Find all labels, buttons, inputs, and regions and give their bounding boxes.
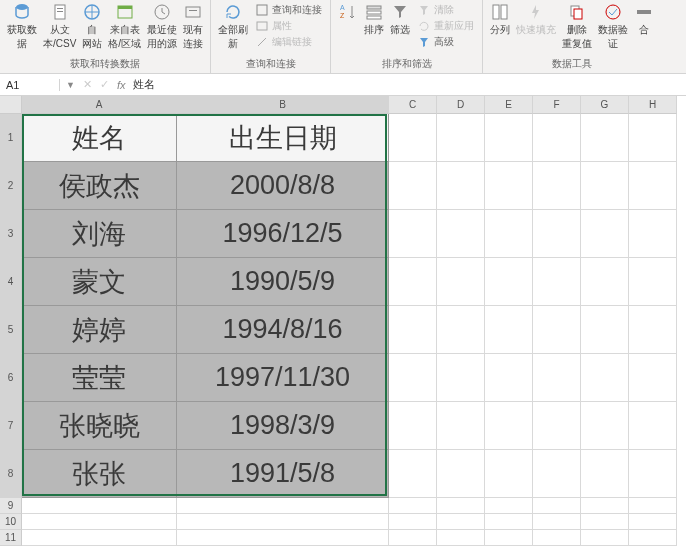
cell[interactable]: 侯政杰 bbox=[22, 162, 177, 210]
cell[interactable] bbox=[389, 354, 437, 402]
column-header-F[interactable]: F bbox=[533, 96, 581, 114]
row-header-9[interactable]: 9 bbox=[0, 498, 22, 514]
cell[interactable]: 姓名 bbox=[22, 114, 177, 162]
cell[interactable]: 1994/8/16 bbox=[177, 306, 389, 354]
cell[interactable]: 刘海 bbox=[22, 210, 177, 258]
cell[interactable] bbox=[485, 530, 533, 546]
properties-button[interactable]: 属性 bbox=[255, 18, 322, 34]
cell[interactable] bbox=[533, 306, 581, 354]
cell[interactable] bbox=[22, 530, 177, 546]
cell[interactable] bbox=[437, 514, 485, 530]
cell[interactable] bbox=[389, 162, 437, 210]
cell[interactable] bbox=[533, 210, 581, 258]
cell[interactable] bbox=[485, 210, 533, 258]
cell[interactable] bbox=[389, 402, 437, 450]
row-header-10[interactable]: 10 bbox=[0, 514, 22, 530]
cell[interactable] bbox=[629, 306, 677, 354]
cell[interactable]: 蒙文 bbox=[22, 258, 177, 306]
row-header-7[interactable]: 7 bbox=[0, 402, 22, 450]
cell[interactable] bbox=[389, 114, 437, 162]
select-all-corner[interactable] bbox=[0, 96, 22, 114]
cell[interactable] bbox=[629, 354, 677, 402]
cell[interactable] bbox=[629, 258, 677, 306]
sort-az-button[interactable]: AZ bbox=[335, 2, 361, 23]
cell[interactable]: 张晓晓 bbox=[22, 402, 177, 450]
cell[interactable] bbox=[485, 498, 533, 514]
cell[interactable] bbox=[533, 402, 581, 450]
cell[interactable] bbox=[581, 498, 629, 514]
cell[interactable] bbox=[485, 514, 533, 530]
row-header-5[interactable]: 5 bbox=[0, 306, 22, 354]
row-header-2[interactable]: 2 bbox=[0, 162, 22, 210]
cell[interactable] bbox=[437, 402, 485, 450]
cell[interactable] bbox=[581, 306, 629, 354]
row-header-1[interactable]: 1 bbox=[0, 114, 22, 162]
row-header-6[interactable]: 6 bbox=[0, 354, 22, 402]
cell[interactable]: 出生日期 bbox=[177, 114, 389, 162]
recent-sources-button[interactable]: 最近使用的源 bbox=[144, 2, 180, 51]
cancel-icon[interactable]: ✕ bbox=[83, 78, 92, 91]
cell[interactable] bbox=[389, 306, 437, 354]
cell[interactable] bbox=[485, 402, 533, 450]
cell[interactable] bbox=[177, 514, 389, 530]
formula-input[interactable]: 姓名 bbox=[133, 77, 155, 92]
cell[interactable] bbox=[485, 450, 533, 498]
row-header-3[interactable]: 3 bbox=[0, 210, 22, 258]
cell[interactable] bbox=[177, 498, 389, 514]
cell[interactable] bbox=[485, 306, 533, 354]
cell[interactable] bbox=[389, 498, 437, 514]
cell[interactable] bbox=[22, 514, 177, 530]
cell[interactable] bbox=[437, 162, 485, 210]
cell[interactable] bbox=[581, 402, 629, 450]
cell[interactable] bbox=[533, 530, 581, 546]
cell[interactable] bbox=[437, 354, 485, 402]
queries-connections-button[interactable]: 查询和连接 bbox=[255, 2, 322, 18]
cell[interactable]: 1991/5/8 bbox=[177, 450, 389, 498]
cell[interactable] bbox=[629, 162, 677, 210]
column-header-A[interactable]: A bbox=[22, 96, 177, 114]
row-header-8[interactable]: 8 bbox=[0, 450, 22, 498]
cell[interactable] bbox=[533, 162, 581, 210]
cell[interactable]: 2000/8/8 bbox=[177, 162, 389, 210]
cell[interactable] bbox=[533, 498, 581, 514]
cell[interactable] bbox=[437, 258, 485, 306]
cell[interactable] bbox=[389, 210, 437, 258]
cell[interactable] bbox=[437, 450, 485, 498]
cell[interactable]: 1998/3/9 bbox=[177, 402, 389, 450]
dropdown-icon[interactable]: ▼ bbox=[66, 80, 75, 90]
consolidate-button[interactable]: 合 bbox=[631, 2, 657, 37]
cell[interactable]: 张张 bbox=[22, 450, 177, 498]
cell[interactable] bbox=[437, 530, 485, 546]
cell[interactable] bbox=[533, 114, 581, 162]
remove-duplicates-button[interactable]: 删除重复值 bbox=[559, 2, 595, 51]
column-header-B[interactable]: B bbox=[177, 96, 389, 114]
cell[interactable] bbox=[437, 306, 485, 354]
cell[interactable] bbox=[533, 450, 581, 498]
from-table-button[interactable]: 来自表格/区域 bbox=[105, 2, 144, 51]
column-header-G[interactable]: G bbox=[581, 96, 629, 114]
data-validation-button[interactable]: 数据验证 bbox=[595, 2, 631, 51]
from-csv-button[interactable]: 从文本/CSV bbox=[40, 2, 79, 51]
flash-fill-button[interactable]: 快速填充 bbox=[513, 2, 559, 37]
cell[interactable] bbox=[629, 514, 677, 530]
cell[interactable] bbox=[629, 450, 677, 498]
cell[interactable] bbox=[581, 354, 629, 402]
cell[interactable] bbox=[177, 530, 389, 546]
column-header-C[interactable]: C bbox=[389, 96, 437, 114]
column-header-H[interactable]: H bbox=[629, 96, 677, 114]
cell[interactable] bbox=[629, 402, 677, 450]
column-header-E[interactable]: E bbox=[485, 96, 533, 114]
text-to-columns-button[interactable]: 分列 bbox=[487, 2, 513, 37]
advanced-filter-button[interactable]: 高级 bbox=[417, 34, 474, 50]
clear-filter-button[interactable]: 清除 bbox=[417, 2, 474, 18]
cell[interactable] bbox=[389, 530, 437, 546]
reapply-button[interactable]: 重新应用 bbox=[417, 18, 474, 34]
cell[interactable] bbox=[437, 114, 485, 162]
row-header-11[interactable]: 11 bbox=[0, 530, 22, 546]
get-data-button[interactable]: 获取数据 bbox=[4, 2, 40, 51]
column-header-D[interactable]: D bbox=[437, 96, 485, 114]
cell[interactable] bbox=[437, 498, 485, 514]
cell[interactable] bbox=[581, 162, 629, 210]
cell[interactable]: 1996/12/5 bbox=[177, 210, 389, 258]
row-header-4[interactable]: 4 bbox=[0, 258, 22, 306]
